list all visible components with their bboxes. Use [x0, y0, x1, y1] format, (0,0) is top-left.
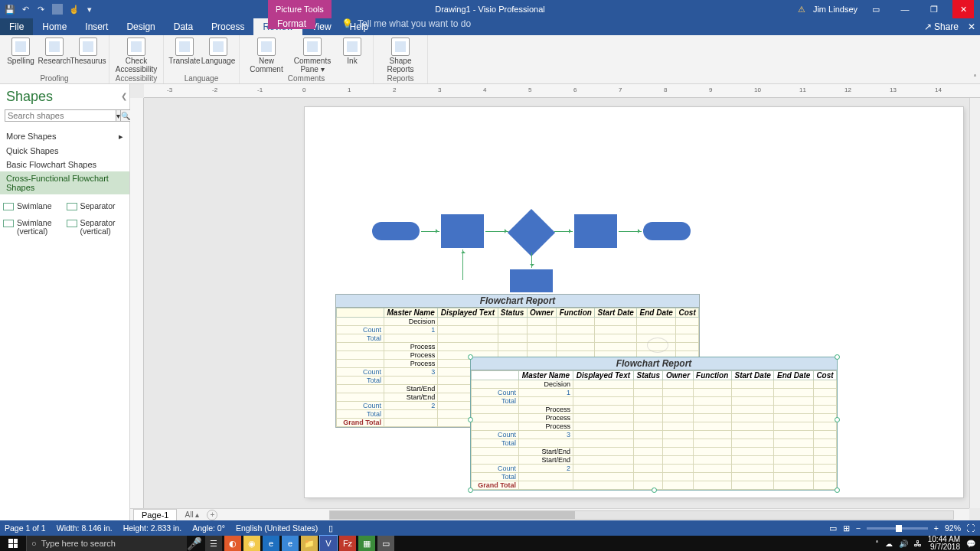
edge-icon[interactable]: e [263, 536, 279, 551]
fit-page-icon[interactable]: ⊞ [843, 523, 850, 533]
new-comment-button[interactable]: NewComment [244, 37, 289, 73]
save-icon[interactable]: 💾 [5, 4, 15, 15]
connector[interactable] [485, 231, 508, 232]
tab-format[interactable]: Format [268, 18, 315, 29]
selection-handle[interactable] [835, 417, 840, 422]
shape-master[interactable]: Swimlane [3, 202, 64, 211]
selection-handle[interactable] [468, 417, 473, 422]
volume-icon[interactable]: 🔊 [899, 540, 908, 548]
selection-handle[interactable] [835, 354, 840, 360]
zoom-slider-thumb[interactable] [896, 525, 902, 532]
qat-customize-icon[interactable]: ▾ [84, 4, 95, 15]
terminator-shape[interactable] [643, 222, 691, 240]
tab-home[interactable]: Home [33, 18, 76, 35]
selection-handle[interactable] [468, 354, 473, 360]
add-page-button[interactable]: + [207, 510, 217, 520]
taskbar-search[interactable]: ○ Type here to search [26, 536, 187, 551]
firefox-icon[interactable]: ◐ [224, 536, 241, 551]
collapse-shapes-pane-icon[interactable]: ❮ [121, 92, 127, 100]
fit-window-icon[interactable]: ⛶ [967, 523, 975, 533]
thesaurus-button[interactable]: Thesaurus [72, 37, 104, 66]
stencil-item[interactable]: Basic Flowchart Shapes [0, 158, 129, 171]
zoom-out-button[interactable]: − [856, 523, 861, 533]
redo-icon[interactable]: ↷ [35, 4, 46, 15]
research-button[interactable]: Research [38, 37, 70, 66]
selection-handle[interactable] [652, 487, 657, 493]
connector[interactable] [619, 231, 642, 232]
drawing-canvas[interactable]: Flowchart Report Master NameDisplayed Te… [144, 98, 969, 508]
cortana-mic-icon[interactable]: 🎤 [187, 536, 201, 551]
spelling-button[interactable]: Spelling [5, 37, 37, 66]
task-view-icon[interactable]: ☰ [205, 536, 222, 551]
translate-button[interactable]: Translate [168, 37, 201, 66]
process-shape[interactable] [441, 214, 484, 248]
collapse-ribbon-icon[interactable]: ˄ [973, 73, 977, 82]
filezilla-icon[interactable]: Fz [339, 536, 356, 551]
start-button[interactable] [0, 536, 26, 551]
tab-insert[interactable]: Insert [76, 18, 117, 35]
notifications-icon[interactable]: 💬 [966, 540, 975, 548]
app-icon[interactable]: ▦ [358, 536, 375, 551]
ie-icon[interactable]: e [282, 536, 299, 551]
chrome-icon[interactable]: ◉ [243, 536, 260, 551]
check-accessibility-button[interactable]: CheckAccessibility [114, 37, 158, 73]
macro-recorder-icon[interactable]: ▯ [328, 523, 333, 533]
page-tab[interactable]: Page-1 [133, 509, 177, 520]
process-shape[interactable] [510, 269, 553, 292]
terminator-shape[interactable] [372, 222, 420, 240]
tab-design[interactable]: Design [117, 18, 164, 35]
selection-handle[interactable] [468, 487, 473, 493]
connector[interactable] [421, 231, 439, 232]
app-icon[interactable]: ▭ [377, 536, 394, 551]
ink-button[interactable]: Ink [336, 37, 368, 73]
connector[interactable] [531, 253, 532, 268]
all-pages-button[interactable]: All ▴ [185, 510, 199, 519]
close-button[interactable]: ✕ [952, 0, 974, 18]
shape-reports-button[interactable]: ShapeReports [378, 37, 423, 73]
presentation-mode-icon[interactable]: ▭ [829, 523, 837, 533]
shape-master[interactable]: Separator (vertical) [67, 219, 127, 236]
connector[interactable] [554, 231, 573, 232]
tab-file[interactable]: File [0, 18, 33, 35]
connector[interactable] [462, 249, 463, 280]
visio-icon[interactable]: V [320, 536, 337, 551]
decision-shape[interactable] [508, 209, 555, 256]
zoom-level[interactable]: 92% [945, 523, 961, 533]
drawing-page[interactable]: Flowchart Report Master NameDisplayed Te… [305, 107, 963, 497]
more-shapes-item[interactable]: More Shapes▸ [0, 129, 129, 144]
comments-toggle-icon[interactable]: ✕ [968, 21, 975, 32]
shapes-search-input[interactable] [5, 109, 116, 122]
tray-overflow-icon[interactable]: ˄ [875, 540, 879, 548]
shape-master[interactable]: Separator [67, 202, 127, 211]
stencil-item[interactable]: Quick Shapes [0, 144, 129, 158]
scrollbar-thumb[interactable] [330, 511, 575, 519]
file-explorer-icon[interactable]: 📁 [301, 536, 318, 551]
taskbar-clock[interactable]: 10:44 AM9/7/2018 [928, 536, 960, 551]
zoom-in-button[interactable]: + [934, 523, 939, 533]
share-button[interactable]: ↗ Share [924, 21, 959, 32]
network-icon[interactable]: 🖧 [914, 540, 922, 548]
touch-mode-icon[interactable]: ☝ [69, 4, 80, 15]
tab-data[interactable]: Data [165, 18, 202, 35]
vertical-scrollbar[interactable] [969, 98, 980, 508]
process-shape[interactable] [574, 214, 617, 248]
shape-icon [3, 203, 14, 210]
horizontal-scrollbar[interactable] [329, 510, 954, 520]
tab-process[interactable]: Process [202, 18, 253, 35]
shape-master[interactable]: Swimlane (vertical) [3, 219, 64, 236]
tell-me-search[interactable]: 💡 Tell me what you want to do [341, 18, 471, 29]
maximize-button[interactable]: ❐ [923, 0, 945, 18]
user-name[interactable]: Jim Lindsey [813, 5, 858, 14]
flowchart-report-2[interactable]: Flowchart Report Master NameDisplayed Te… [470, 357, 838, 491]
stencil-item[interactable]: Cross-Functional Flowchart Shapes [0, 171, 129, 194]
selection-handle[interactable] [835, 487, 840, 493]
status-language[interactable]: English (United States) [236, 523, 318, 533]
undo-icon[interactable]: ↶ [20, 4, 31, 15]
language-button[interactable]: Language [202, 37, 234, 66]
onedrive-icon[interactable]: ☁ [885, 540, 893, 548]
comments-pane--button[interactable]: CommentsPane ▾ [290, 37, 335, 73]
minimize-button[interactable]: — [894, 0, 916, 18]
ribbon-icon [209, 37, 227, 56]
ribbon-display-options-icon[interactable]: ▭ [865, 0, 887, 18]
zoom-slider[interactable] [867, 527, 928, 530]
